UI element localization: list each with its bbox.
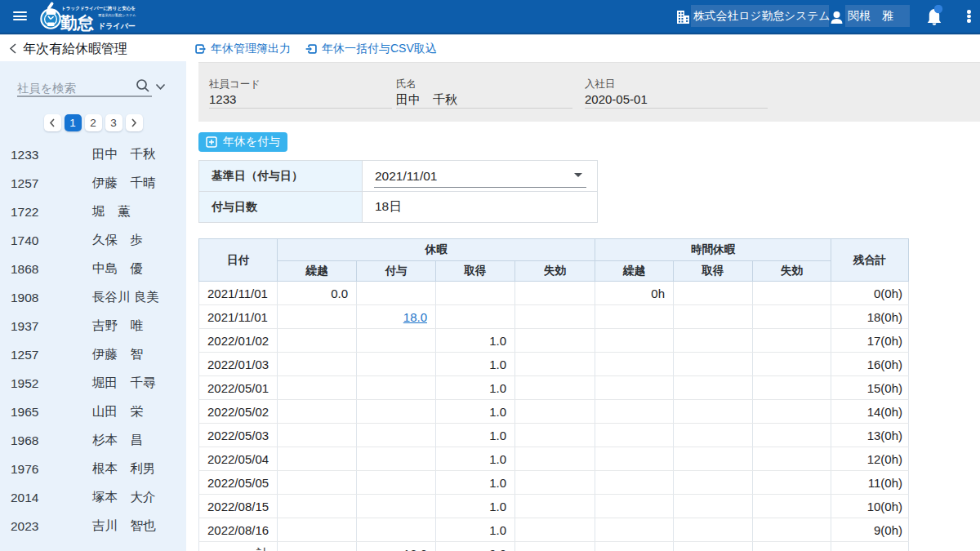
svg-text:運送業向け勤怠システム: 運送業向け勤怠システム bbox=[98, 13, 136, 17]
svg-text:勤怠: 勤怠 bbox=[60, 13, 95, 32]
svg-text:トラックドライバーに誇りと安心を: トラックドライバーに誇りと安心を bbox=[61, 6, 136, 11]
svg-text:ドライバー: ドライバー bbox=[98, 22, 136, 30]
